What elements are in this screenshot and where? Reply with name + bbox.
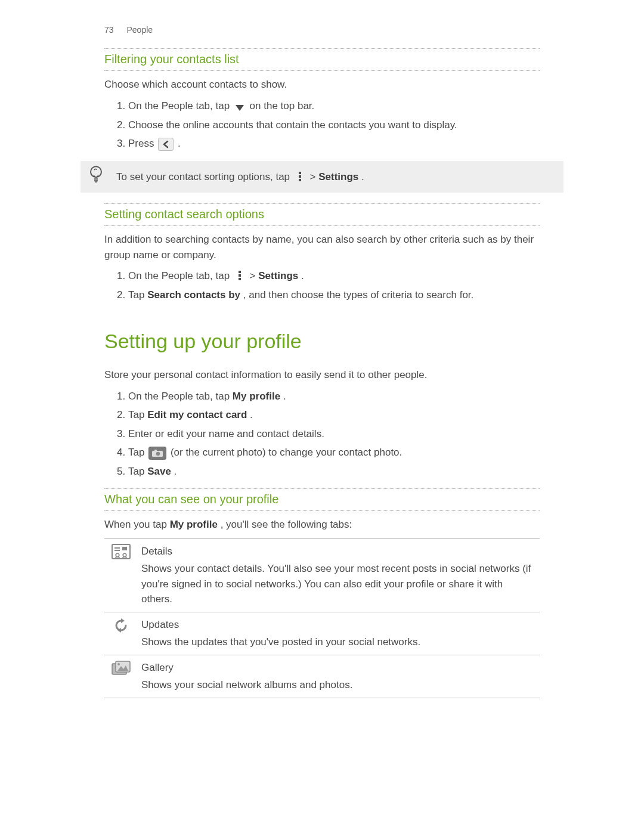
svg-rect-5 xyxy=(299,172,301,174)
row-title: Updates xyxy=(141,617,536,633)
cell: Details Shows your contact details. You'… xyxy=(138,538,540,612)
cell: Gallery Shows your social network albums… xyxy=(138,655,540,698)
list-item: On the People tab, tap My profile . xyxy=(128,389,540,404)
filtering-steps: On the People tab, tap on the top bar. C… xyxy=(104,98,540,151)
row-title: Details xyxy=(141,544,536,559)
details-card-icon xyxy=(112,550,131,562)
row-desc: Shows the updates that you've posted in … xyxy=(141,636,420,648)
table-row: Gallery Shows your social network albums… xyxy=(104,655,540,698)
svg-rect-8 xyxy=(239,271,241,273)
text: . xyxy=(250,409,253,420)
tip-bulb-icon xyxy=(88,165,104,189)
text: Tap xyxy=(128,466,147,477)
edit-contact-card-label: Edit my contact card xyxy=(147,409,247,420)
text: , and then choose the types of criteria … xyxy=(243,289,474,301)
svg-point-18 xyxy=(116,553,119,557)
svg-marker-0 xyxy=(236,105,244,111)
search-contacts-by-label: Search contacts by xyxy=(147,289,240,301)
text: Press xyxy=(128,138,157,149)
icon-cell xyxy=(104,538,138,612)
overflow-menu-icon xyxy=(234,270,246,281)
profile-steps: On the People tab, tap My profile . Tap … xyxy=(104,389,540,479)
text: . xyxy=(174,466,177,477)
settings-label: Settings xyxy=(258,270,298,281)
dropdown-icon xyxy=(234,102,246,114)
divider xyxy=(104,70,540,71)
svg-rect-12 xyxy=(154,450,157,451)
list-item: On the People tab, tap > Settings . xyxy=(128,268,540,284)
list-item: Tap (or the current photo) to change you… xyxy=(128,445,540,460)
filtering-intro: Choose which account contacts to show. xyxy=(104,77,540,92)
heading-search-options: Setting contact search options xyxy=(104,205,540,223)
text: , you'll see the following tabs: xyxy=(221,519,352,530)
overflow-menu-icon xyxy=(294,171,306,182)
profile-intro: Store your personal contact information … xyxy=(104,367,540,383)
divider xyxy=(104,225,540,226)
page: 73 People Filtering your contacts list C… xyxy=(0,0,644,833)
text: (or the current photo) to change your co… xyxy=(171,447,402,458)
list-item: Choose the online accounts that contain … xyxy=(128,117,540,133)
search-steps: On the People tab, tap > Settings . Tap … xyxy=(104,268,540,302)
page-section: People xyxy=(126,25,153,35)
profile-tabs-intro: When you tap My profile , you'll see the… xyxy=(104,517,540,532)
list-item: Tap Save . xyxy=(128,464,540,479)
divider xyxy=(104,48,540,49)
text: . xyxy=(178,138,181,149)
list-item: Press . xyxy=(128,136,540,151)
divider xyxy=(104,203,540,204)
icon-cell xyxy=(104,612,138,655)
text: On the People tab, tap xyxy=(128,391,233,402)
list-item: On the People tab, tap on the top bar. xyxy=(128,98,540,114)
row-desc: Shows your contact details. You'll also … xyxy=(141,563,531,605)
my-profile-label: My profile xyxy=(233,391,280,402)
table-row: Details Shows your contact details. You'… xyxy=(104,538,540,612)
text: Tap xyxy=(128,409,147,420)
row-desc: Shows your social network albums and pho… xyxy=(141,679,352,690)
svg-point-25 xyxy=(117,663,120,665)
list-item: Tap Edit my contact card . xyxy=(128,407,540,423)
svg-rect-14 xyxy=(112,544,130,559)
text: . xyxy=(283,391,286,402)
text: . xyxy=(301,270,304,281)
divider xyxy=(104,488,540,489)
cell: Updates Shows the updates that you've po… xyxy=(138,612,540,655)
profile-tabs-table: Details Shows your contact details. You'… xyxy=(104,538,540,698)
svg-rect-6 xyxy=(299,175,301,178)
svg-rect-9 xyxy=(239,274,241,277)
updates-refresh-icon xyxy=(113,625,129,636)
list-item: Tap Search contacts by , and then choose… xyxy=(128,287,540,303)
search-intro: In addition to searching contacts by nam… xyxy=(104,232,540,262)
text: > xyxy=(310,171,319,182)
row-title: Gallery xyxy=(141,660,536,676)
icon-cell xyxy=(104,655,138,698)
tip-callout: To set your contact sorting options, tap… xyxy=(80,161,564,193)
my-profile-label: My profile xyxy=(170,519,218,530)
back-key-icon xyxy=(158,138,174,151)
heading-setup-profile: Setting up your profile xyxy=(104,326,540,357)
text: > xyxy=(250,270,259,281)
text: On the People tab, tap xyxy=(128,100,233,112)
text: Tap xyxy=(128,289,147,301)
svg-rect-7 xyxy=(299,179,301,181)
text: To set your contact sorting options, tap xyxy=(116,171,293,182)
svg-point-19 xyxy=(123,553,126,557)
list-item: Enter or edit your name and contact deta… xyxy=(128,426,540,442)
page-header: 73 People xyxy=(104,24,540,36)
text: On the People tab, tap xyxy=(128,270,233,281)
text: on the top bar. xyxy=(250,100,315,112)
svg-rect-10 xyxy=(239,278,241,280)
save-label: Save xyxy=(147,466,171,477)
text: . xyxy=(361,171,364,182)
page-number: 73 xyxy=(104,25,114,35)
svg-point-13 xyxy=(156,452,160,456)
camera-icon xyxy=(148,447,166,460)
heading-filtering: Filtering your contacts list xyxy=(104,50,540,68)
settings-label: Settings xyxy=(318,171,358,182)
heading-profile-tabs: What you can see on your profile xyxy=(104,490,540,508)
text: Tap xyxy=(128,447,147,458)
table-row: Updates Shows the updates that you've po… xyxy=(104,612,540,655)
svg-point-1 xyxy=(91,167,101,178)
text: When you tap xyxy=(104,519,170,530)
gallery-photo-icon xyxy=(112,668,131,679)
divider xyxy=(104,510,540,511)
